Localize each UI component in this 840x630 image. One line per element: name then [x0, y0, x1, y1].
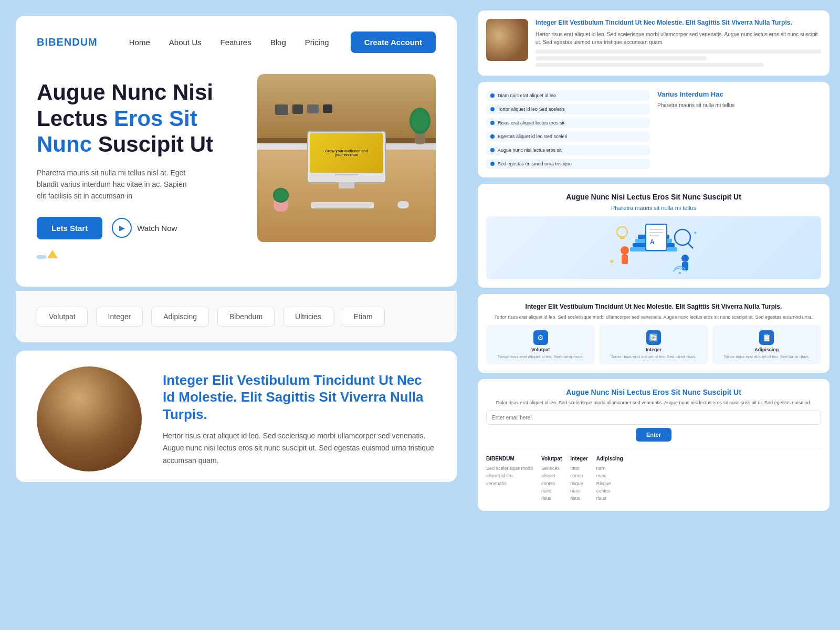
- nav-item-blog[interactable]: Blog: [270, 38, 286, 47]
- footer-adipiscing-link-1[interactable]: nam: [596, 465, 623, 472]
- lower-image: [37, 366, 142, 471]
- sidebar-card-cta: Augue Nunc Nisi Lectus Eros Sit Nunc Sus…: [478, 379, 830, 511]
- hero-card: BIBENDUM Home About Us Features Blog Pri…: [16, 16, 457, 287]
- nav-item-about[interactable]: About Us: [169, 38, 202, 47]
- tag-ultricies[interactable]: Ultricies: [283, 307, 333, 327]
- tag-etiam[interactable]: Etiam: [342, 307, 385, 327]
- brand-logo: BIBENDUM: [37, 36, 98, 48]
- lower-text: Integer Elit Vestibulum Tincidunt Ut Nec…: [163, 366, 436, 467]
- main-panel: BIBENDUM Home About Us Features Blog Pri…: [0, 0, 472, 630]
- footer-brand-text2: aliquet id leo.: [486, 472, 533, 479]
- card1-line1: [536, 49, 821, 54]
- card4-icon-box-1: ⚙ Volutpat Tortor risus erat aliquet id …: [486, 325, 595, 364]
- tag-bibendum[interactable]: Bibendum: [217, 307, 275, 327]
- footer-col-brand: BIBENDUM Sed scelerisque morbi aliquet i…: [486, 456, 533, 502]
- footer-volutpat-link-5[interactable]: risus: [541, 495, 562, 502]
- feature-dot-3: [490, 121, 495, 125]
- card4-icon-label-3: Adipiscing: [754, 347, 779, 352]
- svg-text:✦: ✦: [693, 230, 697, 236]
- email-input[interactable]: [486, 411, 821, 425]
- card4-icon-text-3: Tortor risus erat aliquet id leo. Sed to…: [724, 354, 810, 359]
- svg-line-14: [688, 243, 693, 248]
- svg-point-11: [681, 255, 689, 262]
- card1-title: Integer Elit Vestibulum Tincidunt Ut Nec…: [536, 19, 821, 27]
- feature-dot-5: [490, 148, 495, 152]
- card1-line2: [536, 56, 707, 60]
- footer-brand-text1: Sed scelerisque morbi: [486, 465, 533, 472]
- footer-adipiscing-link-2[interactable]: nunc: [596, 472, 623, 479]
- footer-adipiscing-title: Adipiscing: [596, 456, 623, 461]
- footer-col-adipiscing: Adipiscing nam nunc Risque contes risus: [596, 456, 623, 502]
- feature-dot-1: [490, 93, 495, 98]
- volutpat-icon: ⚙: [533, 330, 548, 345]
- right-sidebar: Integer Elit Vestibulum Tincidunt Ut Nec…: [472, 0, 840, 630]
- card2-description: Varius Interdum Hac Pharetra mauris sit …: [657, 90, 821, 169]
- nav-links: Home About Us Features Blog Pricing: [129, 38, 351, 47]
- lower-image-visual: [37, 366, 142, 471]
- lets-start-button[interactable]: Lets Start: [37, 217, 102, 239]
- footer-adipiscing-link-5[interactable]: risus: [596, 495, 623, 502]
- card1-text: Hertor risus erat aliquet id leo. Sed sc…: [536, 30, 821, 46]
- svg-text:A: A: [650, 238, 655, 246]
- footer-integer-link-4[interactable]: nunc: [570, 487, 587, 495]
- card4-icon-text-2: Tortor risus erat aliquet id leo. Sed to…: [611, 354, 697, 359]
- integer-icon: 🔄: [646, 330, 661, 345]
- card3-subtitle: Pharetra mauris sit nulla mi tellus: [486, 205, 821, 211]
- hero-title: Augue Nunc Nisi Lectus Eros Sit Nunc Sus…: [37, 79, 242, 158]
- card4-icon-label-1: Volutpat: [531, 347, 550, 352]
- footer-brand-text3: venenatis.: [486, 480, 533, 487]
- nav-item-features[interactable]: Features: [220, 38, 251, 47]
- feature-dot-4: [490, 134, 495, 139]
- create-account-button[interactable]: Create Account: [351, 32, 436, 53]
- card5-desc: Dolor risus erat aliquet id leo. Sed sce…: [486, 400, 821, 405]
- feature-row-2: Tortor aliquet id leo Sed sceleris: [486, 104, 650, 114]
- hero-text: Augue Nunc Nisi Lectus Eros Sit Nunc Sus…: [37, 74, 242, 266]
- tag-integer[interactable]: Integer: [96, 307, 143, 327]
- footer-volutpat-link-3[interactable]: contes: [541, 480, 562, 487]
- hero-decorations: [37, 250, 242, 266]
- footer-integer-link-2[interactable]: cones: [570, 472, 587, 479]
- adipiscing-icon: 📋: [759, 330, 774, 345]
- footer-volutpat-link-2[interactable]: aliquet: [541, 472, 562, 479]
- nav-item-home[interactable]: Home: [129, 38, 150, 47]
- nav-item-pricing[interactable]: Pricing: [305, 38, 329, 47]
- play-icon: ▶: [112, 218, 132, 238]
- svg-rect-10: [622, 255, 628, 264]
- lower-description: Hertor risus erat aliquet id leo. Sed sc…: [163, 430, 436, 466]
- tags-section: Volutpat Integer Adipiscing Bibendum Ult…: [16, 291, 457, 342]
- watch-now-button[interactable]: ▶ Watch Now: [112, 218, 177, 238]
- hero-description: Pharetra mauris sit nulla mi tellus nisl…: [37, 167, 189, 202]
- footer-volutpat-link-1[interactable]: Senecex: [541, 465, 562, 472]
- feature-row-3: Risus erat aliquet lectus eros sit: [486, 118, 650, 128]
- hero-actions: Lets Start ▶ Watch Now: [37, 217, 242, 239]
- svg-point-17: [679, 272, 681, 274]
- footer-volutpat-title: Volutpat: [541, 456, 562, 461]
- svg-point-9: [621, 246, 629, 255]
- feature-dot-2: [490, 107, 495, 111]
- footer-integer-link-3[interactable]: risque: [570, 480, 587, 487]
- card3-illustration: A ★ ✦: [486, 216, 821, 279]
- hero-image: Grow your audience andyour revenue: [257, 74, 436, 242]
- tag-volutpat[interactable]: Volutpat: [37, 307, 88, 327]
- footer-adipiscing-link-4[interactable]: contes: [596, 487, 623, 495]
- footer-integer-link-1[interactable]: Itttor: [570, 465, 587, 472]
- card3-title: Augue Nunc Nisi Lectus Eros Sit Nunc Sus…: [486, 192, 821, 202]
- hero-section: Augue Nunc Nisi Lectus Eros Sit Nunc Sus…: [37, 74, 436, 266]
- footer-col-volutpat: Volutpat Senecex aliquet contes nunc ris…: [541, 456, 562, 502]
- footer-integer-link-5[interactable]: risus: [570, 495, 587, 502]
- lower-section: Integer Elit Vestibulum Tincidunt Ut Nec…: [16, 351, 457, 482]
- footer-volutpat-link-4[interactable]: nunc: [541, 487, 562, 495]
- enter-button[interactable]: Enter: [636, 428, 671, 442]
- feature-row-5: Augue nunc nisi lectus eros sit: [486, 145, 650, 155]
- sidebar-card-blog: Integer Elit Vestibulum Tincidunt Ut Nec…: [478, 10, 830, 76]
- svg-point-15: [617, 227, 627, 237]
- footer-adipiscing-link-3[interactable]: Risque: [596, 480, 623, 487]
- feature-row-6: Sed egestas euismod urna tristique: [486, 159, 650, 169]
- card2-features-list: Diam quis erat aliquet id leo Tortor ali…: [486, 90, 650, 169]
- tag-adipiscing[interactable]: Adipiscing: [151, 307, 209, 327]
- card4-icon-label-2: Integer: [646, 347, 662, 352]
- footer-columns: BIBENDUM Sed scelerisque morbi aliquet i…: [486, 456, 821, 502]
- deco-rect-blue: [37, 255, 46, 259]
- feature-row-4: Egestas aliquet id leo Sed sceleri: [486, 131, 650, 142]
- card5-title: Augue Nunc Nisi Lectus Eros Sit Nunc Sus…: [486, 387, 821, 397]
